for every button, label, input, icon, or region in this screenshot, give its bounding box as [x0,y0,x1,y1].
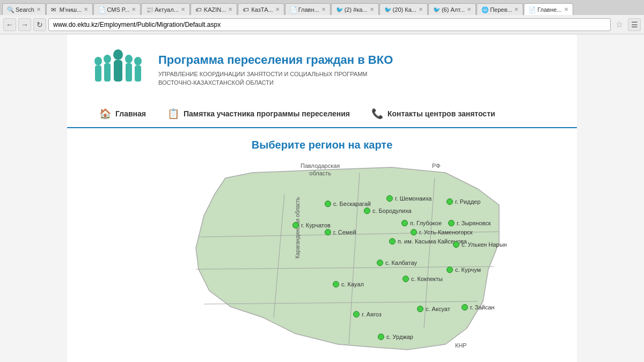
nav-contacts-label: Контакты центров занятости [387,109,495,118]
browser-tab-1[interactable]: ✉М'ниш...✕ [46,3,93,15]
city-karaul[interactable]: с. Кауал [333,281,364,287]
city-kurchum[interactable]: с. Курчум [447,267,481,273]
city-kalbatau[interactable]: с. Калбатау [377,260,417,266]
svg-point-4 [113,49,123,60]
site-subtitle: УПРАВЛЕНИЕ КООРДИНАЦИИ ЗАНЯТОСТИ И СОЦИА… [158,70,393,87]
site-title: Программа переселения граждан в ВКО [158,53,393,67]
city-zyryanovsk[interactable]: г. Зыряновск [448,220,491,226]
svg-rect-3 [104,63,111,82]
map-section: Выберите регион на карте [67,128,577,362]
browser-tab-2[interactable]: 📄CMS Р...✕ [93,3,141,15]
browser-tab-3[interactable]: 📰Актуал...✕ [141,3,190,15]
svg-point-6 [125,55,133,63]
map-container: Павлодарскаяобласть РФ Карагандинская об… [134,162,510,355]
city-glubokoe[interactable]: п. Глубокое [401,220,442,226]
nav-home-label: Главная [115,109,146,118]
reload-button[interactable]: ↻ [33,18,46,31]
nav-memo[interactable]: 📋 Памятка участника программы переселени… [157,105,361,123]
city-semey[interactable]: г. Семей [325,229,356,235]
browser-window: 🔍Search✕✉М'ниш...✕📄CMS Р...✕📰Актуал...✕🏷… [0,0,644,362]
browser-tab-7[interactable]: 🐦(2) #ка...✕ [331,3,379,15]
city-borodulikha[interactable]: с. Бородулиха [364,208,412,214]
page-wrapper: Программа переселения граждан в ВКО УПРА… [0,34,644,362]
svg-rect-5 [114,60,122,82]
nav-home[interactable]: 🏠 Главная [89,105,157,123]
svg-point-2 [104,55,111,63]
browser-tab-9[interactable]: 🐦(6) Алт...✕ [428,3,476,15]
site-nav: 🏠 Главная 📋 Памятка участника программы … [67,100,577,128]
city-shemonaikha[interactable]: г. Шемонаиха [386,195,432,202]
label-rf: РФ [432,162,441,169]
phone-icon: 📞 [371,108,383,120]
tab-bar: 🔍Search✕✉М'ниш...✕📄CMS Р...✕📰Актуал...✕🏷… [0,0,644,15]
svg-rect-7 [126,63,132,82]
back-button[interactable]: ← [3,18,16,31]
browser-tab-8[interactable]: 🐦(20) Ка...✕ [379,3,428,15]
city-ulken-naryn[interactable]: с. Улькен Нарын [453,241,507,248]
city-kokpekty[interactable]: с. Кокпекты [402,276,443,282]
svg-rect-1 [95,65,101,82]
city-ust-kamenogorsk[interactable]: г. Усть-Каменогорск [411,229,473,235]
map-svg [134,162,510,355]
city-kurchatov[interactable]: г. Курчатов [292,222,331,228]
logo-area [89,45,148,95]
nav-contacts[interactable]: 📞 Контакты центров занятости [361,105,506,123]
label-pavlodar: Павлодарскаяобласть [301,162,340,178]
city-aksuat[interactable]: с. Аксуат [417,306,450,312]
bookmark-icon[interactable]: ☆ [613,18,626,31]
browser-tab-6[interactable]: 📄Главн...✕ [285,3,331,15]
city-zaisan[interactable]: г. Зайсан [462,304,494,311]
svg-rect-9 [135,65,141,82]
home-icon: 🏠 [99,108,111,120]
browser-tab-5[interactable]: 🏷КазТА...✕ [238,3,284,15]
city-beskaragai[interactable]: с. Бескарагай [325,201,371,207]
city-ridder[interactable]: г. Риддер [447,198,480,205]
map-title: Выберите регион на карте [89,139,555,151]
svg-point-0 [94,57,102,65]
city-urdzhar[interactable]: с. Урджар [378,334,413,340]
doc-icon: 📋 [167,108,179,120]
nav-bar: ← → ↻ ☆ ☰ [0,15,644,34]
svg-point-8 [134,57,142,65]
city-ayagoz[interactable]: г. Аягоз [353,311,382,317]
page-content: Программа переселения граждан в ВКО УПРА… [67,34,577,362]
browser-tab-4[interactable]: 🏷KAZIN...✕ [191,3,238,15]
label-knr: КНР [455,342,467,349]
settings-button[interactable]: ☰ [628,18,641,31]
logo-svg [89,45,148,93]
forward-button[interactable]: → [18,18,31,31]
browser-tab-0[interactable]: 🔍Search✕ [2,3,46,15]
site-header: Программа переселения граждан в ВКО УПРА… [67,34,577,100]
browser-tab-11[interactable]: 📄Главне...✕ [524,3,573,15]
nav-memo-label: Памятка участника программы переселения [184,109,350,118]
address-bar[interactable] [48,18,611,31]
browser-tab-10[interactable]: 🌐Перев...✕ [477,3,523,15]
header-text: Программа переселения граждан в ВКО УПРА… [158,53,393,87]
